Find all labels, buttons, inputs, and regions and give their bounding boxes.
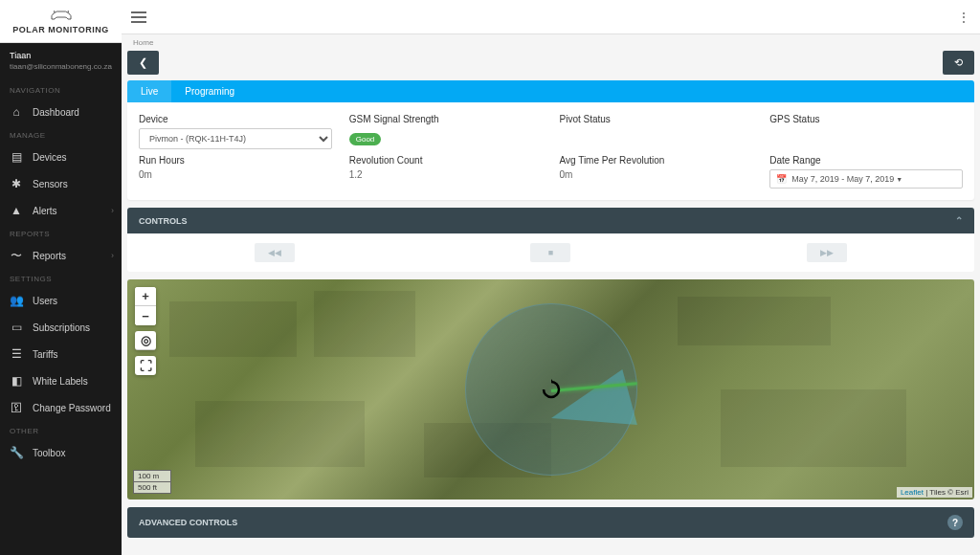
gsm-label: GSM Signal Strength	[349, 114, 543, 124]
breadcrumb: Home	[122, 34, 980, 51]
key-icon: ⚿	[10, 401, 23, 414]
stop-button[interactable]: ■	[530, 243, 570, 262]
logo-text: POLAR MONITORING	[12, 25, 108, 34]
avg-time-label: Avg Time Per Revolution	[560, 155, 753, 166]
pivot-status-label: Pivot Status	[560, 114, 753, 124]
nav-alerts[interactable]: ▲Alerts›	[0, 197, 122, 224]
hub-icon: ✱	[10, 177, 23, 190]
leaflet-link[interactable]: Leaflet	[901, 488, 924, 497]
controls-header: CONTROLS ⌃	[127, 208, 974, 233]
back-button[interactable]: ❮	[127, 51, 159, 75]
nav-change-password[interactable]: ⚿Change Password	[0, 394, 122, 421]
user-name: Tiaan	[10, 51, 112, 60]
tab-bar: Live Programing	[127, 80, 974, 102]
caret-down-icon: ▼	[896, 176, 902, 183]
rewind-button[interactable]: ◀◀	[255, 243, 295, 262]
nav-tariffs[interactable]: ☰Tariffs	[0, 341, 122, 367]
nav-toolbox[interactable]: 🔧Toolbox	[0, 439, 122, 466]
nav-label: Alerts	[33, 206, 57, 216]
pivot-center-icon	[540, 378, 563, 401]
home-icon: ⌂	[10, 105, 23, 119]
nav-label: Sensors	[33, 179, 68, 189]
nav-users[interactable]: 👥Users	[0, 287, 122, 314]
nav-label: White Labels	[33, 376, 88, 387]
rev-count-label: Revolution Count	[349, 155, 543, 166]
date-range-value: May 7, 2019 - May 7, 2019	[791, 174, 894, 184]
map-fullscreen-button[interactable]: ⛶	[135, 356, 156, 375]
polar-bear-icon	[49, 8, 74, 23]
info-panel: Device Pivmon - (RQK-11H-T4J) GSM Signal…	[127, 102, 974, 200]
scale-imperial: 500 ft	[133, 482, 171, 494]
nav-white-labels[interactable]: ◧White Labels	[0, 367, 122, 394]
run-hours-label: Run Hours	[139, 155, 332, 166]
nav-sensors[interactable]: ✱Sensors	[0, 170, 122, 197]
device-select[interactable]: Pivmon - (RQK-11H-T4J)	[139, 128, 332, 149]
nav-label: Tariffs	[33, 349, 58, 360]
controls-title: CONTROLS	[139, 216, 188, 226]
receipt-icon: ☰	[10, 347, 23, 361]
nav-dashboard[interactable]: ⌂Dashboard	[0, 99, 122, 125]
map-attribution: Leaflet | Tiles © Esri	[897, 487, 972, 498]
map-scale: 100 m 500 ft	[133, 470, 171, 494]
gps-status-label: GPS Status	[769, 114, 963, 124]
nav-section-reports: REPORTS	[0, 224, 122, 242]
nav-label: Change Password	[33, 403, 111, 413]
help-button[interactable]: ?	[947, 515, 963, 530]
advanced-controls-header: ADVANCED CONTROLS ?	[127, 507, 974, 538]
sidebar: POLAR MONITORING Tiaan tiaan@siliconmabo…	[0, 0, 122, 555]
nav-label: Users	[33, 296, 57, 306]
avg-time-value: 0m	[560, 169, 753, 180]
chevron-right-icon: ›	[111, 206, 114, 215]
scale-metric: 100 m	[133, 470, 171, 482]
content: ❮ ⟲ Live Programing Device Pivmon - (RQK…	[122, 51, 980, 555]
nav-label: Subscriptions	[33, 322, 90, 333]
kebab-menu-button[interactable]: ⋮	[957, 10, 970, 25]
rev-count-value: 1.2	[349, 169, 543, 180]
calendar-icon: 📅	[776, 174, 787, 184]
map[interactable]: + − ◎ ⛶ 100 m 500 ft Leaflet | Tiles © E…	[127, 279, 974, 500]
nav-section-other: OTHER	[0, 421, 122, 439]
advanced-controls-title: ADVANCED CONTROLS	[139, 518, 237, 527]
nav-label: Toolbox	[33, 448, 65, 458]
build-icon: 🔧	[10, 446, 23, 459]
menu-toggle-button[interactable]	[131, 11, 146, 23]
map-locate-button[interactable]: ◎	[135, 331, 156, 350]
controls-body: ◀◀ ■ ▶▶	[127, 233, 974, 272]
topbar: ⋮	[122, 0, 980, 34]
collapse-controls-button[interactable]: ⌃	[955, 215, 963, 226]
user-email: tiaan@siliconmaboneng.co.za	[10, 62, 112, 71]
warning-icon: ▲	[10, 204, 23, 217]
nav-section-settings: SETTINGS	[0, 269, 122, 287]
label-icon: ◧	[10, 374, 23, 388]
tab-live[interactable]: Live	[127, 80, 171, 102]
people-icon: 👥	[10, 294, 23, 307]
map-zoom-out-button[interactable]: −	[135, 306, 156, 325]
map-zoom-in-button[interactable]: +	[135, 287, 156, 306]
tab-programing[interactable]: Programing	[171, 80, 248, 102]
chevron-right-icon: ›	[111, 251, 114, 260]
device-label: Device	[139, 114, 332, 124]
run-hours-value: 0m	[139, 169, 332, 180]
nav-section-navigation: NAVIGATION	[0, 80, 122, 99]
card-icon: ▭	[10, 321, 23, 334]
user-info: Tiaan tiaan@siliconmaboneng.co.za	[0, 43, 122, 80]
logo: POLAR MONITORING	[0, 0, 122, 43]
devices-icon: ▤	[10, 150, 23, 164]
nav-label: Reports	[33, 251, 66, 261]
date-range-label: Date Range	[769, 155, 963, 166]
date-range-picker[interactable]: 📅 May 7, 2019 - May 7, 2019 ▼	[769, 169, 963, 189]
main: ⋮ Home ❮ ⟲ Live Programing Device Pivmon…	[122, 0, 980, 555]
nav-devices[interactable]: ▤Devices	[0, 144, 122, 170]
nav-section-manage: MANAGE	[0, 125, 122, 144]
nav-subscriptions[interactable]: ▭Subscriptions	[0, 314, 122, 341]
trending-icon: 〜	[10, 249, 23, 262]
refresh-button[interactable]: ⟲	[943, 51, 974, 75]
gsm-badge: Good	[349, 133, 382, 145]
nav-reports[interactable]: 〜Reports›	[0, 242, 122, 269]
nav-label: Devices	[33, 152, 67, 163]
forward-button[interactable]: ▶▶	[807, 243, 847, 262]
nav-label: Dashboard	[33, 107, 79, 118]
